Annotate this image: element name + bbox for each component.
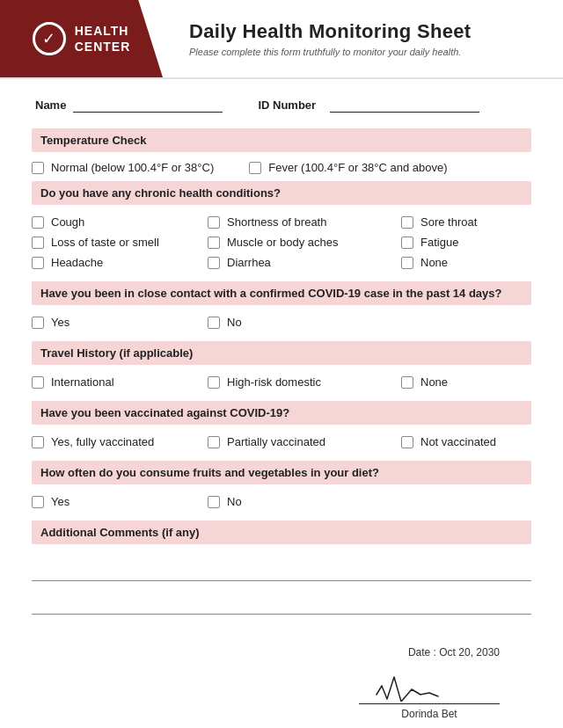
cb-contact-yes[interactable] <box>32 317 44 329</box>
vaccinated-header: Have you been vaccinated against COVID-1… <box>32 401 531 425</box>
temp-checkbox-normal[interactable] <box>32 162 44 174</box>
vax-full: Yes, fully vaccinated <box>32 435 208 448</box>
diet-header: How often do you consume fruits and vege… <box>32 461 531 484</box>
travel-highrisk: High-risk domestic <box>208 375 401 389</box>
signature-svg <box>368 668 456 702</box>
logo-line1: HEALTH <box>75 24 129 38</box>
comment-line-1[interactable] <box>32 560 531 581</box>
symptom-muscle: Muscle or body aches <box>208 236 401 249</box>
covid-contact-header: Have you been in close contact with a co… <box>32 281 531 305</box>
symptom-cough: Cough <box>32 215 208 229</box>
cb-highrisk[interactable] <box>208 376 220 389</box>
cb-muscle[interactable] <box>208 237 220 249</box>
symptoms-header: Do you have any chronic health condition… <box>32 181 531 205</box>
cb-taste[interactable] <box>32 237 44 249</box>
symptom-shortness: Shortness of breath <box>208 215 401 229</box>
cb-international[interactable] <box>32 376 44 389</box>
signature-block: Dorinda Bet <box>359 666 500 720</box>
cb-cough[interactable] <box>32 216 44 229</box>
travel-international: International <box>32 375 208 389</box>
vaccinated-options: Yes, fully vaccinated Partially vaccinat… <box>32 433 531 457</box>
comment-line-2[interactable] <box>32 593 531 615</box>
page-title: Daily Health Monitoring Sheet <box>189 20 563 43</box>
symptom-none: None <box>401 256 542 269</box>
vax-partial: Partially vaccinated <box>208 435 401 448</box>
temp-option-fever: Fever (100.4°F or 38°C and above) <box>249 161 447 174</box>
cb-travel-none[interactable] <box>401 376 413 389</box>
diet-section: How often do you consume fruits and vege… <box>32 461 531 517</box>
comments-section: Additional Comments (if any) <box>32 521 531 630</box>
travel-section: Travel History (if applicable) Internati… <box>32 341 531 397</box>
symptom-diarrhea: Diarrhea <box>208 256 401 269</box>
symptom-fatigue: Fatigue <box>401 236 542 249</box>
symptoms-section: Do you have any chronic health condition… <box>32 181 531 278</box>
name-label: Name <box>35 98 66 112</box>
contact-yes: Yes <box>32 316 208 329</box>
comment-lines <box>32 553 531 630</box>
temp-label-fever: Fever (100.4°F or 38°C and above) <box>268 161 447 174</box>
diet-yes: Yes <box>32 495 208 508</box>
symptom-headache: Headache <box>32 256 208 269</box>
travel-options: International High-risk domestic None <box>32 374 531 397</box>
temp-option-normal: Normal (below 100.4°F or 38°C) <box>32 161 214 174</box>
cb-headache[interactable] <box>32 257 44 269</box>
cb-diet-yes[interactable] <box>32 496 44 508</box>
temp-label-normal: Normal (below 100.4°F or 38°C) <box>51 161 214 174</box>
logo-line2: CENTER <box>75 40 131 54</box>
cb-vax-none[interactable] <box>401 436 413 448</box>
symptom-sorethroat: Sore throat <box>401 215 542 229</box>
vaccinated-section: Have you been vaccinated against COVID-1… <box>32 401 531 457</box>
cb-sorethroat[interactable] <box>401 216 413 229</box>
temp-checkbox-fever[interactable] <box>249 162 261 174</box>
comments-header: Additional Comments (if any) <box>32 521 531 544</box>
cb-shortness[interactable] <box>208 216 220 229</box>
header: ✓ HEALTH CENTER Daily Health Monitoring … <box>0 0 563 79</box>
cb-contact-no[interactable] <box>208 317 220 329</box>
temperature-options: Normal (below 100.4°F or 38°C) Fever (10… <box>32 161 531 174</box>
signature-area: Date : Oct 20, 2030 Dorinda Bet <box>32 637 531 728</box>
logo-section: ✓ HEALTH CENTER <box>0 0 163 77</box>
page-subtitle: Please complete this form truthfully to … <box>189 47 563 57</box>
temperature-section: Temperature Check Normal (below 100.4°F … <box>32 128 531 174</box>
travel-header: Travel History (if applicable) <box>32 341 531 365</box>
cb-vax-partial[interactable] <box>208 436 220 448</box>
signer-name: Dorinda Bet <box>359 708 500 720</box>
covid-contact-section: Have you been in close contact with a co… <box>32 281 531 338</box>
diet-options: Yes No <box>32 493 531 517</box>
vax-none: Not vaccinated <box>401 435 542 448</box>
sig-line <box>359 666 500 704</box>
id-input-line[interactable] <box>330 97 479 113</box>
cb-diarrhea[interactable] <box>208 257 220 269</box>
name-id-row: Name ID Number <box>32 97 531 113</box>
id-section: ID Number <box>258 97 479 113</box>
symptoms-grid: Cough Shortness of breath Sore throat Lo… <box>32 214 531 278</box>
cb-vax-full[interactable] <box>32 436 44 448</box>
header-title-area: Daily Health Monitoring Sheet Please com… <box>163 0 563 77</box>
symptom-taste: Loss of taste or smell <box>32 236 208 249</box>
travel-none: None <box>401 375 542 389</box>
covid-contact-options: Yes No <box>32 314 531 338</box>
contact-no: No <box>208 316 384 329</box>
cb-symptom-none[interactable] <box>401 257 413 269</box>
cb-fatigue[interactable] <box>401 237 413 249</box>
logo-text: HEALTH CENTER <box>75 23 131 55</box>
form-body: Name ID Number Temperature Check Normal … <box>0 79 563 728</box>
cb-diet-no[interactable] <box>208 496 220 508</box>
diet-no: No <box>208 495 384 508</box>
date-line: Date : Oct 20, 2030 <box>32 646 500 659</box>
temperature-header: Temperature Check <box>32 128 531 152</box>
id-label: ID Number <box>258 98 316 112</box>
name-input-line[interactable] <box>73 97 223 113</box>
logo-icon: ✓ <box>33 22 66 55</box>
